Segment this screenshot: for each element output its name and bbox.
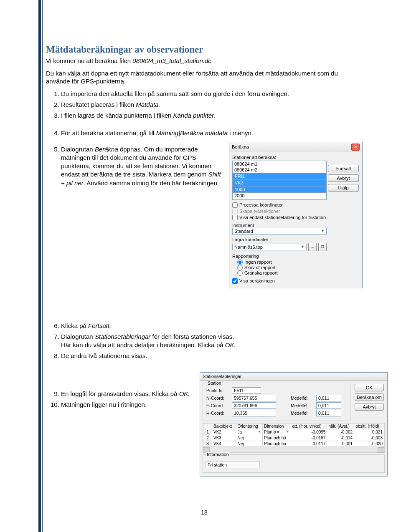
stations-label: Stationer att beräkna: [232,155,327,160]
step-4: För att beräkna stationerna, gå till Mät… [61,129,363,137]
n-coord-label: N-Coord: [206,396,230,401]
checkbox-skapa: Skapa tvärsektioner [232,209,327,214]
col-hojd: obsltt. (Höjd) [354,424,384,429]
h-coord-field[interactable]: 10,365 [232,410,276,416]
chevron-down-icon: ▼ [321,229,325,234]
medelfel-label: Medelfel: [291,411,314,416]
punkt-id-label: Punkt Id: [206,388,230,393]
step-6: Klicka på Fortsätt. [61,322,241,330]
close-icon[interactable]: ✕ [351,144,360,151]
radio-skriv-rapport[interactable]: Skriv ut rapport [237,265,327,270]
intro-text: Vi kommer nu att beräkna filen [46,57,132,64]
rapportering-label: Rapportering [232,254,327,259]
berakna-om-button[interactable]: Beräkna om [355,393,384,401]
medelfel-n-field: 0,011 [316,395,341,401]
chevron-down-icon: ▼ [258,430,261,434]
ok-button[interactable]: OK [355,384,384,391]
avbryt-button[interactable]: Avbryt [328,174,359,182]
table-row[interactable]: 2 VK3 Nej Plan och hö -0,0167 -0,014 -0,… [203,435,384,441]
col-dimension: Dimension [263,424,291,429]
col-hor-vinkel: att. (Hor. vinkel) [291,424,327,429]
medelfel-h-field: 0,011 [316,410,341,416]
checkbox-visa-berakning[interactable]: Visa beräkningen [232,278,327,284]
punkt-id-field[interactable]: FRI1 [232,387,261,394]
dialog2-title: Stationsetableringar [200,373,387,381]
folder-button[interactable]: … [308,243,317,251]
col-avst: nält. (Avst.) [327,424,354,429]
page-title: Mätdataberäkningar av observationer [46,44,363,55]
information-value: Fri station [206,461,260,468]
step-2: Resultatet placeras i fliken Mätdata. [61,101,363,109]
list-item[interactable]: FRI1 [233,173,326,179]
instrument-select[interactable]: Standard▼ [232,228,327,234]
medelfel-label: Medelfel: [291,403,314,408]
fortsatt-button[interactable]: Fortsätt [328,165,359,172]
checkbox-processa[interactable]: Processa koordinater [232,202,327,208]
step-9: En loggfil för gränsvärden visas. Klicka… [61,390,211,398]
page-number: 18 [46,509,363,516]
new-file-button[interactable]: □ [318,243,327,251]
step-5: Dialogrutan Beräkna öppnas. Om du import… [61,145,226,187]
medelfel-label: Medelfel: [291,396,314,401]
step-3: I filen lagras de kända punkterna i flik… [61,111,363,120]
list-item[interactable]: 2000 [233,193,326,199]
h-coord-label: H-Coord: [206,411,230,416]
col-orientering: Orientering [236,424,263,429]
dialog-title: Beräkna [232,144,249,149]
avbryt-button[interactable]: Avbryt [355,403,384,411]
list-item[interactable]: VK3 [233,179,326,186]
observations-grid[interactable]: Bakobjekt Orientering Dimension att. (Ho… [203,423,385,453]
station-group-label: Station [206,381,223,386]
orientering-cell[interactable]: Ja▼ [237,430,261,434]
step-7: Dialogrutan Stationsetableringar för den… [61,333,241,350]
medelfel-e-field: 0,011 [316,402,341,409]
step-1: Du importera den aktuella filen på samma… [61,90,363,98]
chevron-down-icon: ▼ [286,430,289,434]
chevron-down-icon: ▼ [301,245,305,250]
list-item[interactable]: 080624 m1 [233,161,326,167]
table-row[interactable]: 1 VK2 Ja▼ Plan o ▾▼ -0,0095 -0,002 0,021 [203,429,384,435]
checkbox-visa-endast[interactable]: Visa endast stationsetablering för frist… [232,215,327,220]
hjalp-button[interactable]: Hjälp [328,184,359,192]
intro-line-1: Vi kommer nu att beräkna filen 080624_m3… [46,57,363,65]
lagra-select[interactable]: Namnlös6.top▼ [232,244,307,250]
intro-filename: 080624_m3_total_station.dc [132,57,211,64]
step-10: Mätningen ligger nu i ritningen. [61,401,211,409]
radio-ingen-rapport[interactable]: Ingen rapport [237,260,327,265]
stations-listbox[interactable]: 080624 m1 080624 m2 FRI1 VK3 1000 2000 [232,161,327,200]
list-item[interactable]: 1000 [233,186,326,193]
intro-line-2: Du kan välja att öppna ett nytt mätdatad… [46,69,363,86]
n-coord-field[interactable]: 595767,655 [232,395,276,401]
radio-granska-rapport[interactable]: Granska rapport [237,270,327,276]
information-label: Information [206,452,230,457]
step-8: De andra två stationerna visas. [61,352,241,360]
dimension-cell[interactable]: Plan o ▾▼ [264,430,289,434]
e-coord-label: E-Coord: [206,403,230,408]
table-row[interactable]: 3 VK4 Nej Plan och hö 0,0117 0,001 -0,02… [203,441,384,447]
dialog-stationsetableringar: Stationsetableringar OK Beräkna om Avbry… [200,372,388,477]
list-item[interactable]: 080624 m2 [233,167,326,173]
horizontal-scrollbar[interactable] [203,447,384,452]
col-bakobjekt: Bakobjekt [212,424,236,429]
e-coord-field[interactable]: 320731,696 [232,402,276,409]
lagra-label: Lagra koordinater i: [232,237,327,242]
instrument-label: Instrument [232,223,327,228]
dialog-berakna: Beräkna ✕ Stationer att beräkna: 080624 … [229,142,363,288]
